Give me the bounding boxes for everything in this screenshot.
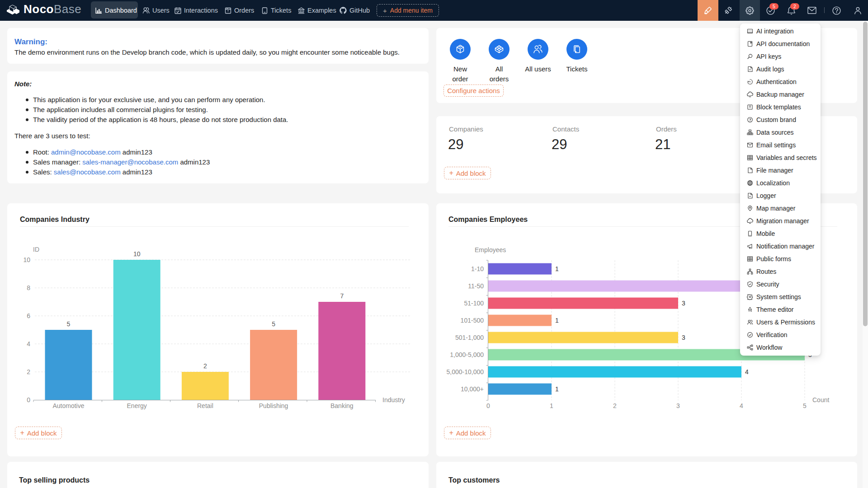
svg-text:4: 4	[27, 340, 30, 347]
svg-text:ID: ID	[33, 246, 39, 253]
svg-text:101-500: 101-500	[461, 317, 484, 324]
svg-text:51-100: 51-100	[464, 300, 484, 307]
svg-text:4: 4	[745, 368, 749, 375]
svg-text:1: 1	[555, 385, 559, 393]
svg-text:Automotive: Automotive	[52, 402, 84, 409]
svg-text:8: 8	[27, 284, 30, 291]
svg-text:0: 0	[486, 402, 490, 409]
svg-text:5: 5	[67, 320, 71, 328]
svg-text:Banking: Banking	[330, 402, 354, 409]
svg-text:5: 5	[803, 402, 807, 409]
svg-text:0: 0	[27, 396, 30, 404]
svg-text:10: 10	[133, 250, 141, 258]
svg-text:Industry: Industry	[382, 396, 405, 404]
svg-text:10,000+: 10,000+	[461, 385, 484, 393]
svg-text:5,000-10,000: 5,000-10,000	[446, 368, 484, 375]
svg-text:Count: Count	[812, 396, 829, 404]
svg-text:1: 1	[555, 317, 559, 324]
svg-text:4: 4	[740, 402, 743, 409]
svg-text:2: 2	[27, 368, 30, 375]
svg-text:Retail: Retail	[197, 402, 213, 409]
svg-text:Employees: Employees	[475, 246, 506, 253]
svg-text:11-50: 11-50	[468, 282, 484, 290]
svg-text:2: 2	[203, 362, 207, 370]
svg-text:1: 1	[550, 402, 553, 409]
svg-text:3: 3	[682, 334, 685, 341]
svg-text:1: 1	[555, 265, 559, 272]
svg-text:5: 5	[272, 320, 275, 328]
svg-text:501-1,000: 501-1,000	[455, 334, 484, 341]
svg-text:7: 7	[340, 292, 344, 300]
svg-text:1-10: 1-10	[471, 265, 484, 272]
svg-text:Publishing: Publishing	[259, 402, 288, 409]
svg-text:1,000-5,000: 1,000-5,000	[450, 351, 484, 358]
svg-text:Energy: Energy	[127, 402, 147, 409]
svg-text:3: 3	[682, 300, 685, 307]
svg-text:3: 3	[676, 402, 680, 409]
svg-text:2: 2	[613, 402, 617, 409]
svg-text:6: 6	[27, 312, 30, 319]
svg-text:10: 10	[23, 256, 30, 263]
